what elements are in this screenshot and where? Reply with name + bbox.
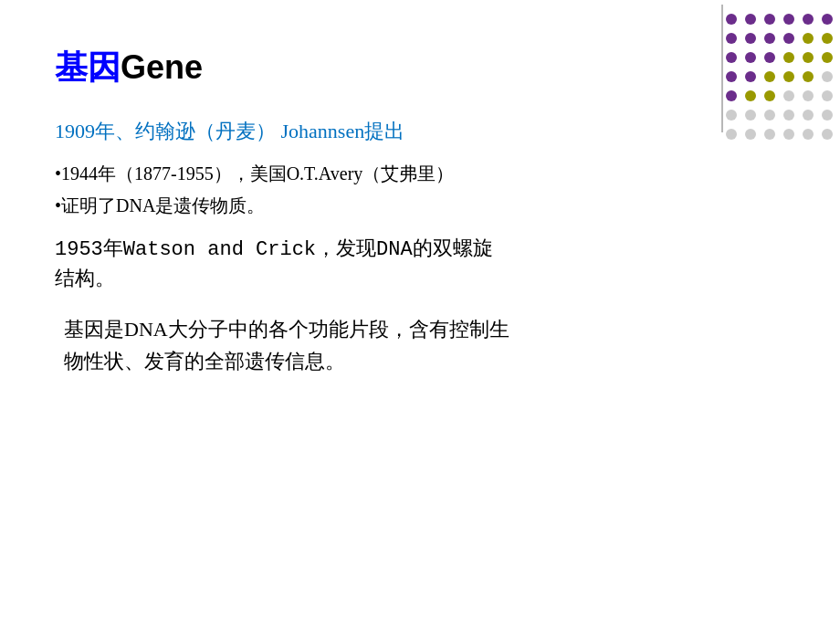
- decoration-dot: [726, 129, 737, 140]
- decoration-dot: [803, 14, 814, 25]
- decoration-dot: [745, 129, 756, 140]
- definition-line2: 物性状、发育的全部遗传信息。: [64, 350, 345, 373]
- title-chinese: 基因: [55, 49, 121, 86]
- decoration-dot: [822, 90, 833, 101]
- decoration-dot: [764, 110, 775, 121]
- decoration-dot: [822, 14, 833, 25]
- decoration-dot: [745, 14, 756, 25]
- johannsen-line: 1909年、约翰逊（丹麦） Johannsen提出: [55, 118, 785, 145]
- decoration-dot: [803, 90, 814, 101]
- decoration-dot: [803, 129, 814, 140]
- decoration-dot: [783, 129, 794, 140]
- dna-bullet2: •证明了DNA是遗传物质。: [55, 194, 785, 218]
- decoration-dot: [764, 129, 775, 140]
- decoration-dot: [745, 71, 756, 82]
- decoration-dot: [726, 14, 737, 25]
- decoration-dot: [783, 90, 794, 101]
- dots-decoration: [721, 9, 831, 128]
- decoration-dot: [764, 90, 775, 101]
- decoration-dot: [745, 33, 756, 44]
- decoration-dot: [783, 14, 794, 25]
- content-section: 1909年、约翰逊（丹麦） Johannsen提出 •1944年（1877-19…: [55, 118, 785, 377]
- decoration-dot: [726, 71, 737, 82]
- title-english: Gene: [121, 48, 203, 86]
- watson-line1: 1953年Watson and Crick，发现DNA的双螺旋: [55, 235, 785, 265]
- decoration-dot: [764, 71, 775, 82]
- avery-bullet1: •1944年（1877-1955），美国O.T.Avery（艾弗里）: [55, 162, 785, 186]
- page-title: 基因Gene: [55, 46, 785, 90]
- decoration-dot: [745, 52, 756, 63]
- gene-definition: 基因是DNA大分子中的各个功能片段，含有控制生 物性状、发育的全部遗传信息。: [55, 313, 785, 377]
- watson-block: 1953年Watson and Crick，发现DNA的双螺旋 结构。: [55, 235, 785, 295]
- decoration-dot: [726, 52, 737, 63]
- decoration-dot: [726, 33, 737, 44]
- decoration-dot: [822, 71, 833, 82]
- watson-line2: 结构。: [55, 265, 785, 295]
- decoration-dot: [783, 52, 794, 63]
- decoration-dot: [803, 71, 814, 82]
- decoration-dot: [822, 129, 833, 140]
- decoration-dot: [745, 90, 756, 101]
- decoration-dot: [726, 110, 737, 121]
- decoration-dot: [803, 110, 814, 121]
- decoration-dot: [803, 52, 814, 63]
- decoration-dot: [764, 33, 775, 44]
- decoration-dot: [764, 14, 775, 25]
- decoration-dot: [822, 33, 833, 44]
- decoration-dot: [764, 52, 775, 63]
- decoration-dot: [783, 33, 794, 44]
- definition-line1: 基因是DNA大分子中的各个功能片段，含有控制生: [64, 318, 509, 341]
- decoration-dot: [745, 110, 756, 121]
- title-section: 基因Gene: [55, 46, 785, 90]
- decoration-dot: [726, 90, 737, 101]
- decoration-dot: [822, 110, 833, 121]
- decoration-dot: [783, 110, 794, 121]
- decoration-dot: [822, 52, 833, 63]
- decoration-dot: [803, 33, 814, 44]
- decoration-dot: [783, 71, 794, 82]
- slide-container: 基因Gene 1909年、约翰逊（丹麦） Johannsen提出 •1944年（…: [0, 0, 840, 630]
